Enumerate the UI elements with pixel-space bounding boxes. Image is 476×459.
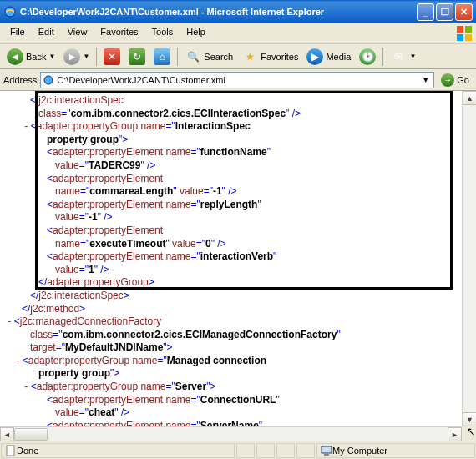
status-pane-2 (236, 443, 255, 458)
svg-rect-7 (322, 446, 332, 453)
scroll-corner (462, 426, 476, 441)
collapse-toggle[interactable]: - (8, 315, 13, 327)
media-icon: ▶ (306, 48, 323, 65)
svg-rect-8 (324, 454, 329, 456)
mail-icon: ✉ (390, 48, 407, 65)
xml-line: - <adapter:propertyGroup name="Interacti… (5, 120, 471, 134)
xml-line: value="1" /> (5, 264, 471, 277)
statusbar: Done My Computer (0, 441, 476, 459)
media-label: Media (326, 52, 351, 62)
minimize-button[interactable]: _ (417, 3, 434, 21)
svg-rect-3 (457, 34, 463, 41)
xml-line: value="cheat" /> (5, 406, 471, 420)
search-label: Search (204, 52, 233, 62)
separator (177, 48, 178, 66)
search-button[interactable]: 🔍Search (181, 47, 236, 67)
toolbar: ◄ Back ▼ ► ▼ ✕ ↻ ⌂ 🔍Search ★Favorites ▶M… (0, 44, 476, 69)
xml-line: <adapter:propertyElement name="Connectio… (5, 394, 471, 407)
horizontal-scrollbar[interactable]: ◄ ► (0, 426, 462, 441)
media-button[interactable]: ▶Media (303, 47, 354, 67)
xml-line: - <adapter:propertyGroup name="Managed c… (5, 355, 471, 368)
ie-icon (3, 5, 17, 18)
xml-viewer[interactable]: </j2c:interactionSpec class="com.ibm.con… (0, 91, 476, 441)
forward-button[interactable]: ► ▼ (60, 47, 93, 67)
menu-edit[interactable]: Edit (32, 25, 61, 42)
xml-line: <adapter:propertyElement name="interacti… (5, 250, 471, 264)
svg-rect-2 (465, 26, 472, 33)
xml-line: - <adapter:propertyGroup name="Server"> (5, 381, 471, 394)
windows-logo-icon (456, 25, 473, 42)
chevron-down-icon: ▼ (83, 53, 89, 60)
collapse-toggle[interactable]: - (24, 381, 30, 392)
address-input[interactable] (57, 75, 420, 85)
content-area: </j2c:interactionSpec class="com.ibm.con… (0, 91, 476, 441)
computer-icon (321, 445, 332, 456)
status-text: Done (17, 446, 38, 456)
collapse-toggle[interactable]: - (24, 120, 30, 132)
search-icon: 🔍 (185, 48, 201, 65)
stop-button[interactable]: ✕ (100, 47, 124, 67)
xml-line: <adapter:propertyElement (5, 173, 471, 186)
menu-tools[interactable]: Tools (145, 25, 180, 42)
home-button[interactable]: ⌂ (150, 47, 174, 67)
address-label: Address (3, 75, 37, 85)
go-button[interactable]: → Go (438, 73, 473, 88)
xml-line: </adapter:propertyGroup> (5, 276, 471, 290)
scroll-down-button[interactable]: ▼ (463, 412, 476, 426)
xml-line: - <j2c:managedConnectionFactory (5, 315, 471, 329)
mail-button[interactable]: ✉▼ (387, 47, 419, 67)
refresh-button[interactable]: ↻ (125, 47, 149, 67)
close-button[interactable]: ✕ (455, 3, 473, 21)
address-box[interactable]: ▾ (40, 72, 434, 88)
xml-line: <adapter:propertyElement name="replyLeng… (5, 199, 471, 212)
scroll-up-button[interactable]: ▲ (463, 91, 476, 105)
scroll-left-button[interactable]: ◄ (0, 427, 14, 441)
scroll-thumb[interactable] (14, 428, 48, 441)
back-button[interactable]: ◄ Back ▼ (3, 47, 58, 67)
history-button[interactable]: 🕑 (356, 47, 379, 67)
go-icon: → (441, 73, 454, 87)
xml-line: </j2c:interactionSpec> (5, 290, 471, 303)
go-label: Go (457, 75, 469, 85)
menu-help[interactable]: Help (180, 25, 212, 42)
status-pane-3 (256, 443, 275, 458)
chevron-down-icon: ▼ (409, 53, 416, 60)
menu-file[interactable]: File (3, 25, 32, 42)
status-zone: My Computer (316, 443, 475, 458)
history-icon: 🕑 (359, 48, 376, 65)
titlebar: C:\DeveloperWorkJ2CANT\Customer.xml - Mi… (0, 0, 476, 23)
separator (382, 48, 383, 66)
menu-favorites[interactable]: Favorites (94, 25, 144, 42)
xml-line: value="TADERC99" /> (5, 159, 471, 173)
address-dropdown[interactable]: ▾ (420, 74, 432, 85)
vertical-scrollbar[interactable]: ▲ ▼ (462, 91, 476, 426)
stop-icon: ✕ (104, 48, 120, 65)
chevron-down-icon: ▼ (48, 53, 55, 60)
scroll-right-button[interactable]: ► (448, 427, 462, 441)
status-pane-main: Done (1, 443, 235, 458)
xml-line: <adapter:propertyElement name="functionN… (5, 146, 471, 159)
favorites-label: Favorites (261, 52, 298, 62)
status-pane-5 (296, 443, 315, 458)
refresh-icon: ↻ (129, 48, 145, 65)
status-pane-4 (276, 443, 295, 458)
xml-line: </j2c:method> (5, 303, 471, 316)
xml-line: value="-1" /> (5, 211, 471, 224)
svg-rect-1 (457, 26, 463, 33)
maximize-button[interactable]: ❐ (436, 3, 453, 21)
svg-rect-4 (465, 34, 472, 41)
favorites-button[interactable]: ★Favorites (238, 47, 301, 67)
back-label: Back (26, 52, 46, 62)
separator (96, 48, 97, 66)
menubar: File Edit View Favorites Tools Help (0, 23, 476, 44)
back-icon: ◄ (7, 48, 23, 65)
xml-line: property group"> (5, 134, 471, 147)
collapse-toggle[interactable]: - (16, 355, 22, 366)
star-icon: ★ (241, 48, 258, 65)
svg-point-5 (44, 76, 53, 84)
window-title: C:\DeveloperWorkJ2CANT\Customer.xml - Mi… (20, 7, 417, 17)
menu-view[interactable]: View (61, 25, 94, 42)
forward-icon: ► (63, 48, 80, 65)
xml-line: <adapter:propertyElement (5, 224, 471, 238)
ie-page-icon (43, 74, 54, 86)
